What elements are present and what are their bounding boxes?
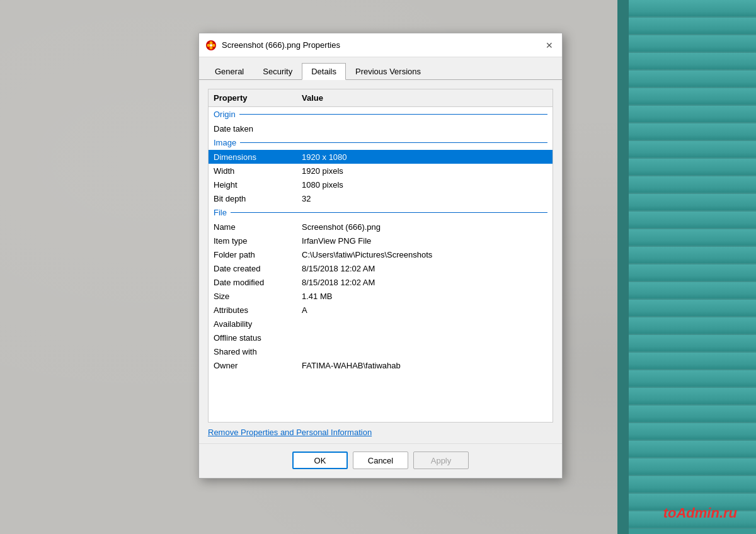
prop-value-size: 1.41 MB	[297, 290, 553, 302]
prop-name-date-taken: Date taken	[209, 123, 297, 135]
prop-name-height: Height	[209, 179, 297, 191]
tabs-bar: General Security Details Previous Versio…	[199, 57, 562, 80]
section-file-header: File	[209, 205, 553, 220]
prop-name-offline-status: Offline status	[209, 332, 297, 344]
shutter-lines	[629, 0, 756, 534]
dialog-content: Property Value Origin Date taken Image	[199, 80, 562, 443]
shutter-line	[629, 317, 756, 335]
tab-previous-versions[interactable]: Previous Versions	[346, 63, 430, 80]
cancel-button[interactable]: Cancel	[353, 452, 408, 469]
table-row[interactable]: Name Screenshot (666).png	[209, 220, 553, 234]
table-row[interactable]: Offline status	[209, 331, 553, 344]
prop-value-item-type: IrfanView PNG File	[297, 235, 553, 247]
prop-value-offline-status	[297, 336, 553, 339]
bottom-link-container: Remove Properties and Personal Informati…	[208, 428, 553, 437]
table-row[interactable]: Width 1920 pixels	[209, 164, 553, 178]
shutter-line	[629, 88, 756, 106]
shutter-line	[629, 282, 756, 300]
table-row[interactable]: Folder path C:\Users\fatiw\Pictures\Scre…	[209, 247, 553, 261]
properties-table: Property Value Origin Date taken Image	[208, 89, 553, 423]
shutter-line	[629, 370, 756, 388]
shutter-line	[629, 194, 756, 212]
shutter-line	[629, 388, 756, 406]
remove-properties-link[interactable]: Remove Properties and Personal Informati…	[208, 428, 372, 437]
shutter-line	[629, 53, 756, 71]
prop-value-owner: FATIMA-WAHAB\fatiwahab	[297, 360, 553, 372]
bg-right	[617, 0, 756, 534]
dialog-title: Screenshot (666).png Properties	[222, 40, 340, 50]
section-file-label: File	[214, 208, 227, 217]
svg-point-1	[210, 41, 213, 44]
prop-name-date-modified: Date modified	[209, 276, 297, 288]
prop-name-item-type: Item type	[209, 235, 297, 247]
table-row[interactable]: Date created 8/15/2018 12:02 AM	[209, 261, 553, 275]
file-icon	[205, 40, 217, 51]
svg-point-5	[210, 44, 212, 47]
prop-value-date-created: 8/15/2018 12:02 AM	[297, 263, 553, 275]
shutter-line	[629, 0, 756, 18]
prop-value-bit-depth: 32	[297, 193, 553, 205]
shutter-line	[629, 176, 756, 194]
prop-value-date-taken	[297, 127, 553, 130]
table-row[interactable]: Bit depth 32	[209, 191, 553, 205]
prop-name-availability: Availability	[209, 318, 297, 330]
tab-security[interactable]: Security	[253, 63, 302, 80]
table-row[interactable]: Attributes A	[209, 303, 553, 317]
shutter-line	[629, 212, 756, 229]
buttons-row: OK Cancel Apply	[199, 443, 562, 478]
apply-button[interactable]: Apply	[413, 452, 469, 469]
shutter-line	[629, 335, 756, 353]
shutter-line	[629, 441, 756, 458]
section-image-header: Image	[209, 135, 553, 150]
prop-value-folder-path: C:\Users\fatiw\Pictures\Screenshots	[297, 249, 553, 261]
shutter-line	[629, 229, 756, 247]
table-row[interactable]: Shared with	[209, 344, 553, 358]
shutter-line	[629, 406, 756, 423]
prop-value-name: Screenshot (666).png	[297, 221, 553, 233]
close-button[interactable]: ✕	[542, 38, 557, 53]
prop-value-height: 1080 pixels	[297, 179, 553, 191]
shutter-line	[629, 476, 756, 494]
section-image-label: Image	[214, 138, 236, 147]
prop-name-width: Width	[209, 165, 297, 177]
shutter-line	[629, 264, 756, 282]
header-scroll-spacer	[541, 92, 553, 104]
prop-name-dimensions: Dimensions	[209, 151, 297, 163]
ok-button[interactable]: OK	[292, 452, 348, 469]
svg-point-3	[210, 46, 213, 49]
prop-name-date-created: Date created	[209, 263, 297, 275]
shutter-line	[629, 458, 756, 476]
prop-name-attributes: Attributes	[209, 304, 297, 316]
shutter-line	[629, 18, 756, 35]
table-row-selected[interactable]: Dimensions 1920 x 1080	[209, 150, 553, 164]
prop-name-folder-path: Folder path	[209, 249, 297, 261]
properties-dialog: Screenshot (666).png Properties ✕ Genera…	[198, 33, 563, 479]
title-bar-left: Screenshot (666).png Properties	[205, 40, 340, 51]
tab-details[interactable]: Details	[302, 63, 346, 80]
table-row[interactable]: Date taken	[209, 122, 553, 135]
prop-value-width: 1920 pixels	[297, 165, 553, 177]
shutter-line	[629, 300, 756, 317]
section-origin-line	[239, 114, 547, 115]
table-row[interactable]: Item type IrfanView PNG File	[209, 234, 553, 247]
tab-general[interactable]: General	[205, 63, 253, 80]
table-row[interactable]: Size 1.41 MB	[209, 289, 553, 303]
header-value: Value	[297, 92, 541, 104]
prop-name-shared-with: Shared with	[209, 346, 297, 358]
section-origin-label: Origin	[214, 110, 236, 119]
shutter-line	[629, 35, 756, 53]
prop-value-date-modified: 8/15/2018 12:02 AM	[297, 276, 553, 288]
svg-point-2	[212, 43, 215, 47]
table-row[interactable]: Owner FATIMA-WAHAB\fatiwahab	[209, 358, 553, 372]
prop-name-size: Size	[209, 290, 297, 302]
table-row[interactable]: Height 1080 pixels	[209, 178, 553, 191]
table-body[interactable]: Origin Date taken Image Dimensions 1920 …	[209, 107, 553, 422]
shutter-line	[629, 159, 756, 176]
table-row[interactable]: Date modified 8/15/2018 12:02 AM	[209, 275, 553, 289]
section-file-line	[231, 212, 547, 213]
section-origin-header: Origin	[209, 107, 553, 122]
shutter-line	[629, 247, 756, 264]
shutter-line	[629, 353, 756, 370]
table-row[interactable]: Availability	[209, 317, 553, 331]
title-bar: Screenshot (666).png Properties ✕	[199, 33, 562, 57]
